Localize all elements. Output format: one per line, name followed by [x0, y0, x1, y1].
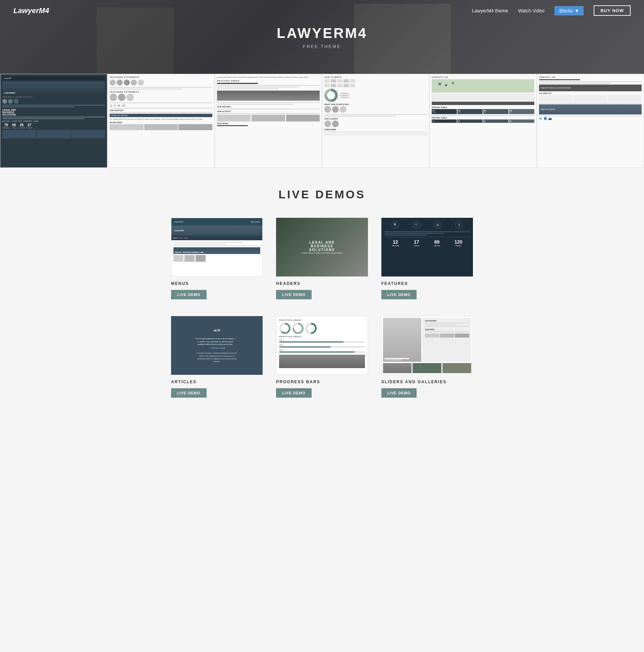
demo-thumb-headers[interactable]: LEGAL ANDBUSINESSSOLUTIONS Lorem ipsum d… [276, 218, 368, 276]
svg-rect-7 [439, 83, 441, 85]
demo-thumb-menus[interactable]: LawyerM4 Menu Items LawyerM4 Menu Items … [171, 218, 263, 276]
demo-label-progress: PROGRESS BARS [276, 380, 368, 384]
legal-icon: ⚖ [434, 221, 441, 228]
nav-buy-btn[interactable]: BUY NOW [594, 5, 631, 16]
preview-panel-4[interactable]: OUR CLIENTS [322, 74, 429, 168]
hero-subtitle: FREE THEME [277, 44, 367, 49]
demo-btn-features[interactable]: LIVE DEMO [381, 290, 417, 299]
nav-watch-video[interactable]: Watch Video [518, 8, 545, 13]
svg-rect-8 [445, 84, 447, 86]
section-title: LIVE DEMOS [13, 188, 631, 201]
demo-card-articles: ❝❞ For all right judgment of any man or … [171, 316, 263, 398]
chevron-down-icon: ▼ [575, 8, 579, 13]
info-icon: ℹ [455, 221, 463, 228]
investigation-icon: 🔍 [391, 221, 399, 228]
nav-logo[interactable]: LawyerM4 [13, 6, 472, 15]
demo-btn-headers[interactable]: LIVE DEMO [276, 290, 312, 299]
preview-panel-3[interactable]: Lorem ipsum dolor sit amet, consectetur … [215, 74, 322, 168]
demo-label-articles: ARTICLES [171, 380, 263, 384]
demo-card-sliders: OUR HISTORY OUR WORK [381, 316, 473, 398]
demo-thumb-articles[interactable]: ❝❞ For all right judgment of any man or … [171, 316, 263, 375]
preview-panel-5[interactable]: CONTACT US PRICING TABLE 15START 45PRO 9… [429, 74, 537, 168]
demo-label-headers: HEADERS [276, 281, 368, 286]
preview-panel-2[interactable]: FEATURED ATTORNEYS FEATURED ATTORNEYS 12… [107, 74, 215, 168]
demo-card-headers: LEGAL ANDBUSINESSSOLUTIONS Lorem ipsum d… [276, 218, 368, 299]
demo-label-menus: MENUS [171, 281, 263, 286]
nav-blocks-btn[interactable]: Blocks ▼ [555, 6, 584, 16]
demo-card-menus: LawyerM4 Menu Items LawyerM4 Menu Items … [171, 218, 263, 299]
demo-thumb-progress[interactable]: PRACTICE AREAS [276, 316, 368, 375]
preview-strip: LawyerM4 LAWYERM4 PROTECT YOUR RIGHTS LE… [0, 74, 644, 168]
demo-btn-progress[interactable]: LIVE DEMO [276, 388, 312, 398]
preview-panel-6[interactable]: CONTACT US TABS WITH PARALLAX BACKGROUND… [537, 74, 644, 168]
nav-links: LawyerM4 theme Watch Video Blocks ▼ BUY … [472, 5, 631, 16]
demo-thumb-features[interactable]: 🔍 🛡 ⚖ ℹ 12Winning 17Cases 89Clients [381, 218, 473, 276]
demo-btn-sliders[interactable]: LIVE DEMO [381, 388, 417, 398]
live-demos-section: LIVE DEMOS LawyerM4 Menu Items LawyerM4 … [0, 168, 644, 418]
demo-label-sliders: SLIDERS AND GALLERIES [381, 380, 473, 384]
hero-title: LAWYERM4 [277, 25, 367, 41]
preview-panel-1[interactable]: LawyerM4 LAWYERM4 PROTECT YOUR RIGHTS LE… [0, 74, 107, 168]
nav-theme-link[interactable]: LawyerM4 theme [472, 8, 508, 13]
hero-content: LAWYERM4 FREE THEME [277, 25, 367, 49]
demo-btn-menus[interactable]: LIVE DEMO [171, 290, 206, 299]
demo-label-features: FEATURES [381, 281, 473, 286]
demo-btn-articles[interactable]: LIVE DEMO [171, 388, 206, 398]
demo-card-features: 🔍 🛡 ⚖ ℹ 12Winning 17Cases 89Clients [381, 218, 473, 299]
demo-thumb-sliders[interactable]: OUR HISTORY OUR WORK [381, 316, 473, 375]
demo-card-progress: PRACTICE AREAS [276, 316, 368, 398]
demos-grid: LawyerM4 Menu Items LawyerM4 Menu Items … [171, 218, 473, 398]
protection-icon: 🛡 [413, 221, 420, 228]
svg-rect-9 [452, 82, 454, 84]
navbar: LawyerM4 LawyerM4 theme Watch Video Bloc… [0, 0, 644, 21]
